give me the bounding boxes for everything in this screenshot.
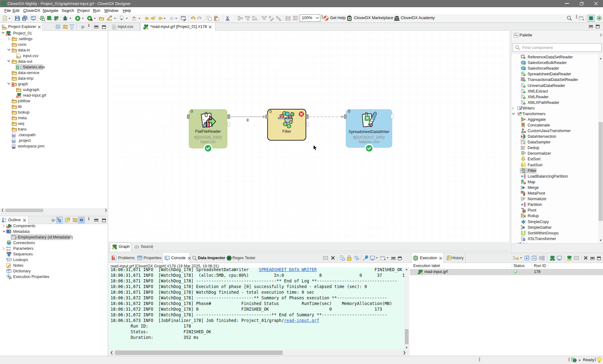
svg-text:A=1: A=1 xyxy=(6,249,11,251)
svg-text:X:=Y: X:=Y xyxy=(12,147,15,148)
